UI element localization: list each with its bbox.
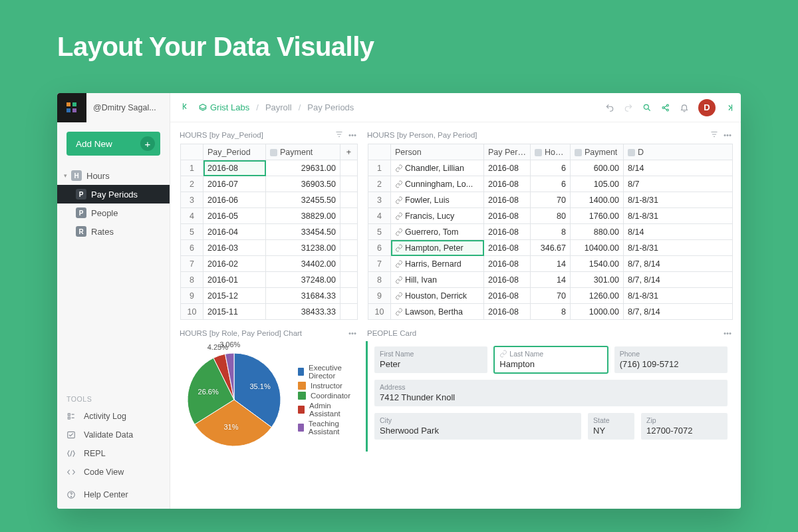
table-row[interactable]: 22016-0736903.50 (181, 176, 358, 192)
table-row[interactable]: 1Chandler, Lillian2016-086600.008/14 (368, 160, 733, 176)
breadcrumb-home[interactable]: Grist Labs (198, 102, 249, 112)
cell-period[interactable]: 2016-02 (203, 256, 266, 272)
cell-person[interactable]: Francis, Lucy (391, 208, 484, 224)
sidebar-item-rates[interactable]: RRates (57, 222, 170, 241)
cell-payment[interactable]: 105.00 (571, 176, 624, 192)
cell-person[interactable]: Lawson, Bertha (391, 304, 484, 320)
cell-payment[interactable]: 10400.00 (571, 240, 624, 256)
cell-period[interactable]: 2016-07 (203, 176, 266, 192)
cell-period[interactable]: 2016-08 (484, 304, 531, 320)
cell-period[interactable]: 2016-08 (484, 272, 531, 288)
cell-hours[interactable]: 14 (531, 272, 571, 288)
cell-period[interactable]: 2016-08 (484, 224, 531, 240)
cell-person[interactable]: Guerrero, Tom (391, 224, 484, 240)
cell-period[interactable]: 2016-06 (203, 192, 266, 208)
breadcrumb-payperiods[interactable]: Pay Periods (307, 102, 354, 112)
cell-person[interactable]: Fowler, Luis (391, 192, 484, 208)
more-icon[interactable]: ••• (348, 131, 356, 139)
cell-period[interactable]: 2015-12 (203, 288, 266, 304)
cell-period[interactable]: 2016-03 (203, 240, 266, 256)
cell-hours[interactable]: 80 (531, 208, 571, 224)
add-column-button[interactable]: + (340, 144, 358, 160)
cell-hours[interactable]: 8 (531, 224, 571, 240)
col-payment[interactable]: Payment (266, 144, 340, 160)
cell-dates[interactable]: 8/7 (624, 176, 733, 192)
table-row[interactable]: 12016-0829631.00 (181, 160, 358, 176)
table-hours-by-person[interactable]: Person Pay Period Hours Payment D 1Chand… (368, 144, 733, 320)
cell-hours[interactable]: 8 (531, 304, 571, 320)
field-zip[interactable]: Zip 12700-7072 (641, 413, 728, 440)
tool-repl[interactable]: REPL (57, 444, 170, 463)
cell-hours[interactable]: 70 (531, 192, 571, 208)
app-logo[interactable] (57, 93, 86, 122)
redo-icon[interactable] (624, 103, 633, 112)
add-new-button[interactable]: Add New + (66, 132, 160, 156)
table-row[interactable]: 4Francis, Lucy2016-08801760.008/1-8/31 (368, 208, 733, 224)
cell-period[interactable]: 2016-08 (484, 176, 531, 192)
table-row[interactable]: 2Cunningham, Lo...2016-086105.008/7 (368, 176, 733, 192)
table-row[interactable]: 10Lawson, Bertha2016-0881000.008/7, 8/14 (368, 304, 733, 320)
cell-dates[interactable]: 8/1-8/31 (624, 192, 733, 208)
cell-period[interactable]: 2016-08 (484, 192, 531, 208)
cell-payment[interactable]: 37248.00 (266, 272, 340, 288)
cell-dates[interactable]: 8/1-8/31 (624, 208, 733, 224)
cell-payment[interactable]: 33454.50 (266, 224, 340, 240)
search-icon[interactable] (642, 103, 652, 112)
nav-parent-hours[interactable]: ▾ H Hours (57, 166, 170, 185)
more-icon[interactable]: ••• (348, 329, 356, 337)
user-name[interactable]: @Dmitry Sagal... (86, 103, 170, 112)
table-row[interactable]: 8Hill, Ivan2016-0814301.008/7, 8/14 (368, 272, 733, 288)
cell-period[interactable]: 2015-11 (203, 304, 266, 320)
field-first-name[interactable]: First Name Peter (374, 346, 487, 373)
cell-payment[interactable]: 38433.33 (266, 304, 340, 320)
help-center[interactable]: Help Center (57, 485, 170, 509)
cell-person[interactable]: Hampton, Peter (391, 240, 484, 256)
tool-activity-log[interactable]: Activity Log (57, 407, 170, 426)
more-icon[interactable]: ••• (724, 329, 732, 337)
cell-person[interactable]: Houston, Derrick (391, 288, 484, 304)
cell-dates[interactable]: 8/7, 8/14 (624, 304, 733, 320)
cell-period[interactable]: 2016-08 (203, 160, 266, 176)
table-row[interactable]: 5Guerrero, Tom2016-088880.008/14 (368, 224, 733, 240)
table-row[interactable]: 92015-1231684.33 (181, 288, 358, 304)
sidebar-item-people[interactable]: PPeople (57, 203, 170, 222)
cell-payment[interactable]: 1760.00 (571, 208, 624, 224)
col-pay-period[interactable]: Pay_Period (203, 144, 266, 160)
cell-payment[interactable]: 1260.00 (571, 288, 624, 304)
cell-payment[interactable]: 31684.33 (266, 288, 340, 304)
cell-payment[interactable]: 600.00 (571, 160, 624, 176)
table-row[interactable]: 72016-0234402.00 (181, 256, 358, 272)
breadcrumb-payroll[interactable]: Payroll (265, 102, 292, 112)
cell-period[interactable]: 2016-08 (484, 240, 531, 256)
cell-hours[interactable]: 70 (531, 288, 571, 304)
cell-person[interactable]: Harris, Bernard (391, 256, 484, 272)
cell-dates[interactable]: 8/1-8/31 (624, 288, 733, 304)
cell-dates[interactable]: 8/14 (624, 224, 733, 240)
table-row[interactable]: 7Harris, Bernard2016-08141540.008/7, 8/1… (368, 256, 733, 272)
table-row[interactable]: 52016-0433454.50 (181, 224, 358, 240)
table-row[interactable]: 6Hampton, Peter2016-08346.6710400.008/1-… (368, 240, 733, 256)
cell-hours[interactable]: 6 (531, 160, 571, 176)
table-row[interactable]: 82016-0137248.00 (181, 272, 358, 288)
cell-period[interactable]: 2016-05 (203, 208, 266, 224)
field-phone[interactable]: Phone (716) 109-5712 (614, 346, 728, 373)
more-icon[interactable]: ••• (724, 131, 732, 139)
cell-period[interactable]: 2016-08 (484, 160, 531, 176)
col-hours[interactable]: Hours (531, 144, 571, 160)
field-last-name[interactable]: Last Name Hampton (494, 346, 607, 373)
field-state[interactable]: State NY (588, 413, 634, 440)
table-hours-by-period[interactable]: Pay_Period Payment + 12016-0829631.00220… (180, 144, 358, 320)
cell-hours[interactable]: 14 (531, 256, 571, 272)
share-icon[interactable] (661, 103, 670, 112)
cell-period[interactable]: 2016-04 (203, 224, 266, 240)
cell-person[interactable]: Chandler, Lillian (391, 160, 484, 176)
cell-period[interactable]: 2016-01 (203, 272, 266, 288)
col-pay-period[interactable]: Pay Period (484, 144, 531, 160)
cell-period[interactable]: 2016-08 (484, 256, 531, 272)
undo-icon[interactable] (605, 103, 614, 112)
col-person[interactable]: Person (391, 144, 484, 160)
table-row[interactable]: 42016-0538829.00 (181, 208, 358, 224)
cell-payment[interactable]: 301.00 (571, 272, 624, 288)
cell-payment[interactable]: 29631.00 (266, 160, 340, 176)
collapse-right-icon[interactable] (725, 103, 734, 112)
